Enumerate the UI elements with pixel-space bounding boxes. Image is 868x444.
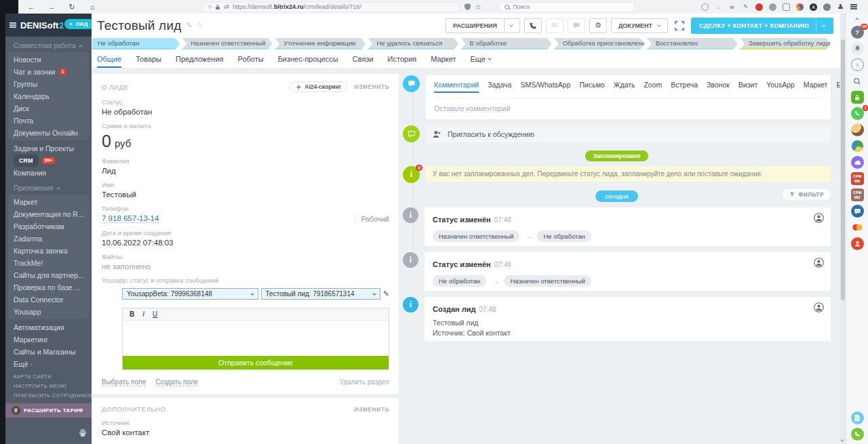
sidebar-link-configure-menu[interactable]: НАСТРОИТЬ МЕНЮ	[5, 380, 92, 389]
tl-tab-yousapp[interactable]: YousApp	[766, 81, 795, 93]
stage-assigned[interactable]: Назначен ответственный	[182, 38, 273, 49]
scrollbar-thumb[interactable]	[841, 39, 845, 300]
tl-tab-comment[interactable]: Комментарий	[434, 81, 479, 93]
tl-tab-zoom[interactable]: Zoom	[644, 81, 662, 93]
section-collab[interactable]: Совместная работа	[5, 37, 92, 52]
stage-paused[interactable]: Обработка приостановлена	[554, 38, 645, 49]
lead-filter-pill[interactable]: ×ЛИД	[64, 19, 92, 29]
page-scrollbar[interactable]	[840, 14, 846, 444]
call-button[interactable]	[524, 18, 542, 33]
sidebar-item-docs-online[interactable]: Документы Онлайн	[8, 127, 89, 139]
pencil-icon[interactable]: ✎	[186, 21, 193, 30]
address-bar[interactable]: ○ ⇄ https://denisoft.bitrix24.ru/crm/lea…	[203, 2, 459, 12]
rail-search-icon[interactable]	[851, 75, 864, 87]
document-button[interactable]: ДОКУМЕНТ	[611, 18, 668, 33]
export-doc-icon[interactable]	[851, 411, 864, 424]
message-textarea[interactable]	[123, 321, 389, 356]
sidebar-item-call-card[interactable]: Карточка звонка	[8, 245, 89, 257]
tab-general[interactable]: Общие	[97, 52, 121, 68]
sidebar-item-developers[interactable]: Разработчикам	[8, 220, 89, 233]
sidebar-item-more[interactable]: Ещё ·	[5, 358, 92, 370]
tab-products[interactable]: Товары	[136, 52, 161, 68]
tl-tab-visit[interactable]: Визит	[738, 81, 757, 93]
collapse-rail-icon[interactable]	[855, 18, 859, 22]
sidebar-item-trackme[interactable]: TrackMe!	[8, 257, 89, 269]
sidebar-item-base-check[interactable]: Проверка по базе ...	[8, 281, 89, 294]
back-button[interactable]: ←	[26, 3, 36, 12]
settings-gear-icon[interactable]: ⚙	[589, 18, 607, 33]
choose-field-link[interactable]: Выбрать поле	[102, 378, 146, 386]
tl-tab-market[interactable]: Маркет	[804, 81, 828, 93]
portal-logo[interactable]: DENISoft24	[20, 20, 69, 31]
inline-edit-icon[interactable]: ✎	[197, 21, 203, 30]
emblem-icon[interactable]	[851, 140, 864, 153]
ai-scoring-button[interactable]: AI24-скоринг	[290, 81, 347, 92]
entry-author-icon[interactable]	[814, 258, 824, 270]
stage-finish[interactable]: Завершить обработку лида	[740, 38, 831, 49]
profile-icon[interactable]: 👤︎	[837, 3, 844, 11]
browser-menu-icon[interactable]	[850, 6, 857, 7]
tab-more[interactable]: Еще	[471, 52, 491, 68]
tab-quotes[interactable]: Предложения	[176, 52, 224, 68]
yousapp-to-select[interactable]: Тестовый лид: 79186571314	[261, 288, 380, 300]
entry-author-icon[interactable]	[814, 213, 824, 226]
entry-author-icon[interactable]	[814, 302, 824, 315]
stage-in-progress[interactable]: В обработке	[461, 38, 552, 49]
forward-button[interactable]: →	[47, 3, 56, 12]
edit-link[interactable]: ИЗМЕНИТЬ	[354, 83, 389, 90]
create-dropdown[interactable]	[816, 18, 825, 34]
tab-market[interactable]: Маркет	[431, 52, 456, 68]
section-apps[interactable]: Приложения	[5, 179, 92, 195]
chat-button[interactable]	[568, 18, 585, 33]
payments-icon[interactable]	[851, 221, 864, 234]
whatsapp-icon[interactable]: 1	[851, 107, 864, 120]
scroll-down-icon[interactable]	[840, 438, 844, 442]
sidebar-link-sitemap[interactable]: КАРТА САЙТА	[5, 370, 92, 380]
split-view-icon[interactable]	[783, 3, 790, 11]
bold-button[interactable]: B	[130, 310, 134, 318]
sidebar-item-mail[interactable]: Почта	[8, 115, 89, 127]
sidebar-item-sites[interactable]: Сайты и Магазины	[5, 346, 92, 358]
tab-relations[interactable]: Связи	[353, 52, 374, 68]
sidebar-item-disk[interactable]: Диск	[8, 102, 89, 115]
contact-app-icon[interactable]	[851, 237, 864, 250]
stage-clarify[interactable]: Уточнение информации	[275, 38, 366, 49]
edit-pencil-icon[interactable]: ✎	[383, 289, 389, 298]
crm-app-brown-icon[interactable]: CRM1.0	[851, 188, 864, 201]
comment-input[interactable]: Оставьте комментарий	[434, 98, 823, 115]
upgrade-plan-button[interactable]: ♛РАСШИРИТЬ ТАРИФ	[5, 403, 92, 418]
history-clock-icon[interactable]	[851, 58, 864, 71]
filter-button[interactable]: ФИЛЬТР	[783, 189, 831, 200]
sidebar-item-tasks[interactable]: Задачи и Проекты	[5, 142, 92, 155]
send-message-button[interactable]: Отправить сообщение	[123, 356, 389, 369]
colors-icon[interactable]	[796, 3, 804, 11]
remove-section-link[interactable]: Удалить раздел	[340, 378, 389, 386]
sidebar-link-invite[interactable]: ПРИГЛАСИТЬ СОТРУДНИКОВ	[5, 389, 92, 399]
secure-lock-app-icon[interactable]	[851, 91, 864, 104]
bookmark-star-icon[interactable]: ☆	[475, 3, 481, 12]
hamburger-icon[interactable]	[9, 24, 16, 26]
extensions-button[interactable]: РАСШИРЕНИЯ	[446, 18, 520, 33]
sidebar-item-marketing[interactable]: Маркетинг	[5, 334, 92, 346]
site-info-icon[interactable]: ○	[208, 3, 212, 10]
privacy-icon[interactable]	[769, 3, 776, 11]
sidebar-item-calendar[interactable]: Календарь	[8, 90, 89, 102]
underline-button[interactable]: U	[153, 310, 157, 318]
adblock-icon[interactable]	[755, 3, 763, 11]
tl-tab-call[interactable]: Звонок	[707, 81, 730, 93]
phone-link[interactable]: 7 918 657-13-14	[102, 214, 159, 223]
italic-button[interactable]: I	[142, 310, 144, 318]
sidebar-item-crm[interactable]: CRM99+	[5, 155, 92, 167]
dark-extension-icon[interactable]: A	[810, 3, 817, 11]
pocket-icon[interactable]	[701, 3, 709, 11]
sidebar-item-company[interactable]: Компания	[5, 167, 92, 179]
stage-restored[interactable]: Восстановлен	[647, 38, 738, 49]
linkedin-icon[interactable]: in	[728, 3, 736, 11]
tl-tab-sms[interactable]: SMS/WhatsApp	[520, 81, 570, 93]
extensions-dropdown[interactable]	[504, 19, 513, 33]
sidebar-item-market[interactable]: Маркет	[8, 196, 89, 208]
yousapp-from-select[interactable]: YousappBeta: 79996368148	[122, 288, 258, 300]
crm-app-red-icon[interactable]: CRM1.0	[851, 172, 864, 185]
tab-history[interactable]: История	[388, 52, 417, 68]
notifications-bell-icon[interactable]	[851, 42, 864, 55]
